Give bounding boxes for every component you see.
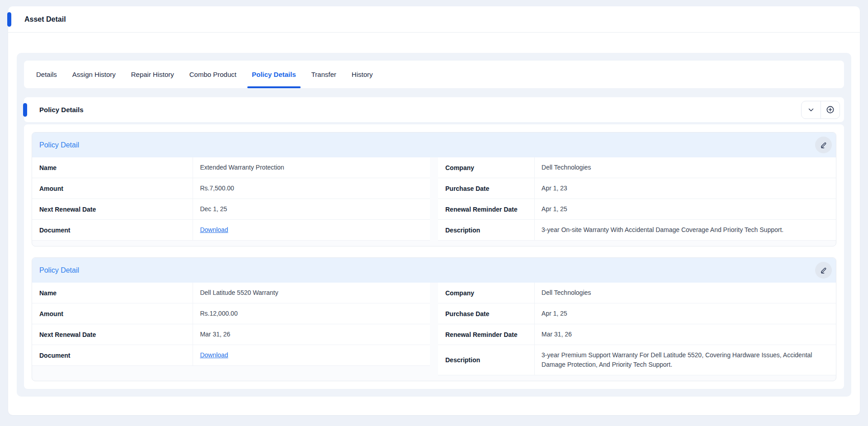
field-label: Purchase Date [438,178,535,199]
tab-bar: Details Assign History Repair History Co… [24,61,844,88]
section-title: Policy Details [39,106,84,114]
field-value: Dell Technologies [535,283,836,303]
table-row: Name Extended Warranty Protection [32,157,430,178]
policy-details-section-header: Policy Details [24,97,844,122]
tab-repair-history[interactable]: Repair History [123,61,182,88]
field-label: Document [32,345,193,365]
table-row: Description 3-year On-site Warranty With… [438,219,836,240]
table-row: Document Download [32,219,430,240]
table-row: Company Dell Technologies [438,283,836,303]
field-label: Purchase Date [438,303,535,324]
table-row: Description 3-year Premium Support Warra… [438,345,836,375]
policy-card-body: Name Dell Latitude 5520 Warranty Amount … [32,283,836,381]
field-label: Name [32,157,193,178]
page-title: Asset Detail [24,15,66,24]
content-panel: Details Assign History Repair History Co… [17,53,851,397]
field-value: Mar 31, 26 [535,324,836,345]
edit-policy-button[interactable] [815,262,832,279]
table-row: Purchase Date Apr 1, 23 [438,178,836,199]
field-value: Dell Latitude 5520 Warranty [193,283,430,303]
field-label: Amount [32,303,193,324]
edit-policy-button[interactable] [815,137,832,153]
asset-detail-window: Asset Detail Details Assign History Repa… [8,6,860,415]
field-label: Name [32,283,193,303]
tab-combo-product[interactable]: Combo Product [182,61,244,88]
table-row: Name Dell Latitude 5520 Warranty [32,283,430,303]
field-value: Rs.7,500.00 [193,178,430,199]
section-actions [801,101,840,119]
table-row: Company Dell Technologies [438,157,836,178]
collapse-button[interactable] [802,101,821,118]
edit-icon [820,267,827,274]
chevron-down-icon [807,106,815,114]
policy-card-title: Policy Detail [39,266,79,275]
plus-circle-icon [826,105,835,114]
table-row: Document Download [32,345,430,365]
policy-details-section-body: Policy Detail Name Extended Warranty Pro… [24,124,844,389]
header-accent-bar [7,12,11,27]
policy-table-right: Company Dell Technologies Purchase Date … [438,283,836,375]
field-value: 3-year Premium Support Warranty For Dell… [535,345,836,375]
field-value: 3-year On-site Warranty With Accidental … [535,220,836,240]
field-label: Description [438,345,535,375]
field-label: Renewal Reminder Date [438,324,535,345]
tab-details[interactable]: Details [28,61,65,88]
field-value: Extended Warranty Protection [193,157,430,178]
page-header: Asset Detail [8,6,860,33]
policy-table-left: Name Extended Warranty Protection Amount… [32,157,430,241]
tab-assign-history[interactable]: Assign History [65,61,123,88]
field-label: Renewal Reminder Date [438,199,535,219]
field-value: Rs.12,000.00 [193,303,430,324]
field-value: Mar 31, 26 [193,324,430,345]
table-row: Next Renewal Date Dec 1, 25 [32,199,430,219]
field-value: Apr 1, 23 [535,178,836,199]
field-label: Company [438,157,535,178]
policy-card-header: Policy Detail [32,258,836,283]
field-value: Dell Technologies [535,157,836,178]
download-link[interactable]: Download [200,225,228,235]
field-value: Apr 1, 25 [535,199,836,219]
add-policy-button[interactable] [821,101,840,118]
table-row: Renewal Reminder Date Mar 31, 26 [438,324,836,345]
policy-table-right: Company Dell Technologies Purchase Date … [438,157,836,241]
field-label: Description [438,220,535,240]
field-label: Document [32,220,193,240]
policy-card-header: Policy Detail [32,133,836,157]
table-row: Renewal Reminder Date Apr 1, 25 [438,199,836,219]
policy-card: Policy Detail Name Extended Warranty Pro… [32,132,836,246]
tab-transfer[interactable]: Transfer [304,61,344,88]
field-label: Company [438,283,535,303]
tab-history[interactable]: History [344,61,381,88]
field-value: Dec 1, 25 [193,199,430,219]
policy-card-title: Policy Detail [39,141,79,149]
field-value: Apr 1, 25 [535,303,836,324]
policy-card-body: Name Extended Warranty Protection Amount… [32,157,836,246]
table-row: Amount Rs.12,000.00 [32,303,430,324]
field-label: Amount [32,178,193,199]
policy-card: Policy Detail Name Dell Latitude 5520 Wa… [32,257,836,381]
edit-icon [820,142,827,149]
download-link[interactable]: Download [200,350,228,360]
table-row: Amount Rs.7,500.00 [32,178,430,199]
policy-table-left: Name Dell Latitude 5520 Warranty Amount … [32,283,430,366]
table-row: Next Renewal Date Mar 31, 26 [32,324,430,345]
field-label: Next Renewal Date [32,199,193,219]
section-accent-bar [23,103,27,117]
table-row: Purchase Date Apr 1, 25 [438,303,836,324]
field-label: Next Renewal Date [32,324,193,345]
tab-policy-details[interactable]: Policy Details [244,61,304,88]
